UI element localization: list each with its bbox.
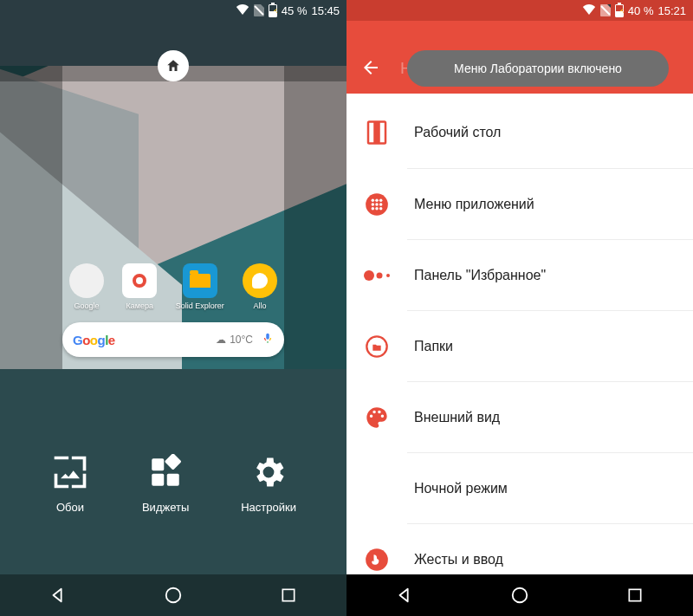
battery-icon: ⚡ [615,4,624,17]
editor-actions: Обои Виджеты Настройки [0,392,346,574]
settings-list[interactable]: Рабочий стол Меню приложений Панель "Изб… [346,94,693,594]
dock-icon [362,261,392,290]
nova-settings-screen: ⚡ 40 % 15:21 Настройки Nova Меню Лаборат… [346,0,693,616]
app-google-folder[interactable]: Google [69,263,104,310]
wallpaper-button[interactable]: Обои [50,452,90,514]
action-label: Обои [56,501,84,514]
svg-rect-3 [165,454,182,470]
svg-point-17 [379,206,383,210]
svg-point-16 [375,206,379,210]
settings-button[interactable]: Настройки [241,452,296,514]
home-button[interactable] [163,585,184,606]
no-sim-icon [600,4,611,16]
navigation-bar [0,574,346,616]
gear-icon [249,452,288,492]
settings-item-desktop[interactable]: Рабочий стол [346,97,693,168]
svg-point-18 [364,270,374,281]
battery-percent: 45 % [282,4,308,17]
svg-rect-24 [630,589,641,600]
svg-point-11 [379,198,383,202]
clock: 15:21 [657,4,686,17]
status-bar: ⚡ 40 % 15:21 [346,0,693,21]
app-solid-explorer[interactable]: Solid Explorer [176,263,224,310]
svg-point-13 [375,203,379,206]
svg-point-20 [386,274,390,277]
desktop-preview[interactable]: Google Камера Soli [0,66,346,369]
weather-chip[interactable]: ☁ 10°C [216,334,253,346]
home-indicator-button[interactable] [158,50,189,81]
settings-item-label: Жесты и ввод [414,552,503,567]
settings-item-label: Рабочий стол [414,125,501,140]
svg-rect-1 [152,474,164,486]
toast-message: Меню Лаборатории включено [407,50,669,87]
back-arrow-button[interactable] [360,57,381,81]
battery-icon: ⚡ [269,4,277,17]
app-label: Allo [253,302,266,310]
folders-icon [362,332,392,361]
svg-point-19 [377,272,383,278]
solid-explorer-icon [183,263,217,298]
wifi-icon [236,3,249,17]
settings-item-label: Панель "Избранное" [414,268,546,283]
google-logo: Google [73,333,115,347]
back-button[interactable] [394,585,415,606]
mic-icon[interactable] [262,332,274,347]
action-label: Виджеты [142,501,189,514]
wallpaper-icon [50,452,90,492]
app-allo[interactable]: Allo [243,263,277,310]
battery-percent: 40 % [628,4,654,17]
svg-point-14 [379,203,383,206]
svg-point-23 [513,588,528,603]
home-button[interactable] [509,585,530,606]
app-label: Solid Explorer [176,302,224,310]
settings-item-dock[interactable]: Панель "Избранное" [407,239,693,310]
back-button[interactable] [48,585,68,606]
settings-item-label: Папки [414,339,453,354]
left-page-hint[interactable] [0,66,62,369]
app-label: Google [74,302,99,310]
settings-item-appearance[interactable]: Внешний вид [407,381,693,452]
widgets-icon [146,452,185,492]
action-label: Настройки [241,501,296,514]
svg-point-9 [372,198,375,202]
home-icon [165,58,181,74]
widgets-button[interactable]: Виджеты [142,452,189,514]
svg-point-4 [166,588,181,603]
svg-rect-0 [152,458,164,470]
app-label: Камера [126,302,153,310]
no-sim-icon [254,4,264,16]
palette-icon [362,403,392,432]
camera-icon [122,263,157,298]
svg-rect-5 [283,589,295,600]
status-bar: ⚡ 45 % 15:45 [0,0,346,21]
desktop-icon [362,118,392,147]
allo-icon [243,263,277,298]
settings-item-label: Меню приложений [414,197,534,212]
svg-rect-2 [167,474,179,486]
settings-item-label: Ночной режим [414,481,508,496]
google-folder-icon [69,263,104,298]
recents-button[interactable] [625,585,645,606]
settings-item-label: Внешний вид [414,410,500,425]
cloud-icon: ☁ [216,334,226,346]
svg-point-12 [372,203,375,206]
svg-point-15 [372,206,375,210]
recents-button[interactable] [278,585,299,606]
clock: 15:45 [311,4,340,17]
wifi-icon [582,3,596,17]
settings-item-night-mode[interactable]: Ночной режим [407,452,693,523]
right-page-hint[interactable] [284,66,346,369]
settings-item-app-drawer[interactable]: Меню приложений [407,168,693,239]
home-editor-screen: ⚡ 45 % 15:45 [0,0,346,616]
settings-item-folders[interactable]: Папки [407,310,693,381]
app-camera[interactable]: Камера [122,263,157,310]
app-drawer-icon [362,190,392,219]
moon-icon [362,474,392,503]
navigation-bar [346,574,693,616]
svg-point-10 [375,198,379,202]
app-bar: Настройки Nova Меню Лаборатории включено [346,21,693,94]
gestures-icon [362,545,392,574]
google-search-bar[interactable]: Google ☁ 10°C [62,322,284,357]
svg-rect-7 [373,122,380,144]
